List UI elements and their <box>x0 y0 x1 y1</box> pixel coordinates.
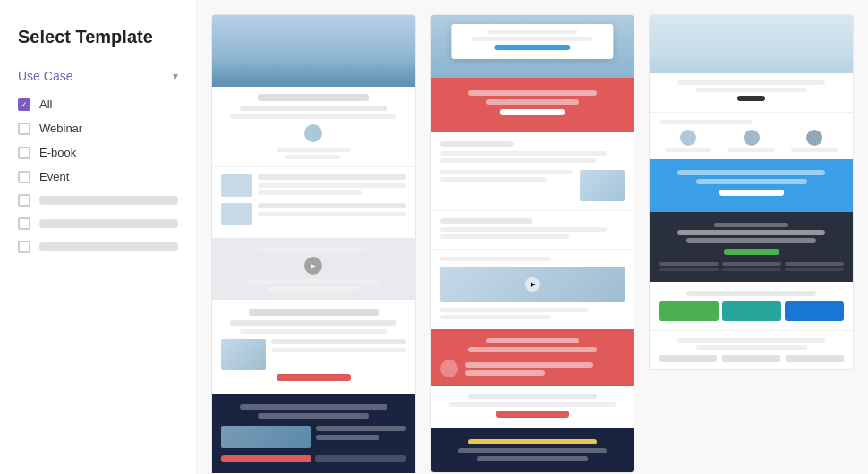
h3-t1 <box>677 80 825 85</box>
dark-cols <box>221 426 406 448</box>
stat-val-3 <box>785 262 844 266</box>
dark2-highlight <box>468 439 598 444</box>
filter-all[interactable]: All <box>18 97 178 111</box>
red2-name <box>465 370 545 376</box>
checkbox-placeholder-2[interactable] <box>18 217 30 230</box>
stat-3 <box>785 262 844 271</box>
cta-title <box>686 291 816 296</box>
cta-box-row <box>659 301 844 321</box>
template-3-cta-boxes <box>650 282 853 330</box>
chevron-down-icon: ▾ <box>173 70 178 82</box>
template-2-easy <box>431 210 634 249</box>
dark3-btn <box>724 249 779 255</box>
mock-role <box>285 155 341 159</box>
template-1-hero <box>212 15 415 87</box>
template-col-3 <box>649 14 854 474</box>
speaker-avatar-2 <box>744 130 760 146</box>
filter-placeholder-bar-1 <box>39 196 178 205</box>
template-2-white-bottom <box>431 386 634 428</box>
filter-placeholder-2[interactable] <box>18 217 178 230</box>
mock-row-1 <box>221 174 406 198</box>
template-3-header <box>650 73 853 112</box>
template-3-final <box>650 330 853 369</box>
stat-val-1 <box>659 262 718 266</box>
checkbox-placeholder-3[interactable] <box>18 241 30 253</box>
dark-text-1 <box>240 404 387 410</box>
video-text <box>271 339 406 370</box>
stat-label-3 <box>785 268 844 271</box>
wb-btn <box>496 411 570 418</box>
template-3-blue <box>650 159 853 212</box>
red2-row <box>440 360 625 377</box>
filter-placeholder-1[interactable] <box>18 194 178 207</box>
cta-box-3 <box>785 301 844 321</box>
red2-text <box>465 362 625 376</box>
dark-text-2 <box>258 413 369 419</box>
stat-2 <box>722 262 781 271</box>
video-t2 <box>440 315 551 319</box>
video-thumb <box>221 339 266 370</box>
dark-text-3 <box>316 426 405 431</box>
video-t1 <box>440 308 588 312</box>
filter-webinar[interactable]: Webinar <box>18 122 178 135</box>
dark2-t2 <box>477 456 588 461</box>
white-title <box>249 309 379 316</box>
checkbox-all[interactable] <box>18 98 30 111</box>
template-2-video: ▶ <box>431 249 634 329</box>
speaker-avatar-3 <box>806 130 822 146</box>
red-text-1 <box>468 90 598 96</box>
play-icon: ▶ <box>525 277 540 292</box>
cta-button-red <box>277 374 351 381</box>
mock-t3 <box>258 190 362 195</box>
use-case-filter[interactable]: Use Case ▾ <box>18 69 178 83</box>
mock-img-2 <box>221 203 252 225</box>
red2-t1 <box>486 338 578 343</box>
checkbox-ebook[interactable] <box>18 147 30 159</box>
blue-t2 <box>696 179 807 184</box>
checkbox-placeholder-1[interactable] <box>18 194 30 207</box>
checkbox-webinar[interactable] <box>18 123 30 135</box>
speaker-3 <box>785 130 844 152</box>
easy-t1 <box>440 227 607 232</box>
white-text-2 <box>240 329 387 334</box>
template-3-dark <box>650 212 853 282</box>
template-2-about <box>431 132 634 210</box>
mock-t5 <box>258 212 406 216</box>
template-1-section-2 <box>212 166 415 238</box>
speaker-avatar-1 <box>680 130 696 146</box>
template-1-dark-footer <box>212 394 415 473</box>
white-text-1 <box>230 320 396 326</box>
mock-text-col <box>258 174 406 198</box>
template-gallery: ▶ <box>197 0 868 474</box>
gray-text-2 <box>249 279 379 284</box>
stat-val-2 <box>722 262 781 266</box>
mock-img-1 <box>221 174 252 197</box>
red2-quote <box>465 362 593 368</box>
speaker-title <box>659 120 751 124</box>
filter-ebook[interactable]: E-book <box>18 146 178 159</box>
template-2-dark-bottom <box>431 428 634 472</box>
wb-t1 <box>468 394 598 399</box>
dark-col-2 <box>316 426 405 448</box>
avatar <box>304 124 322 142</box>
filter-event[interactable]: Event <box>18 170 178 183</box>
mock-t2 <box>258 183 406 188</box>
gray-text <box>258 247 369 251</box>
easy-title <box>440 218 532 224</box>
mock-subtitle <box>240 106 387 111</box>
template-col-1: ▶ <box>211 14 416 474</box>
checkbox-event[interactable] <box>18 171 30 183</box>
final-logo-3 <box>786 355 844 362</box>
speaker-name-3 <box>791 148 838 152</box>
about-row <box>440 170 625 201</box>
filter-label-event: Event <box>39 170 69 183</box>
dark2-t1 <box>458 448 606 453</box>
template-2[interactable]: ▶ <box>430 14 635 473</box>
template-1[interactable]: ▶ <box>211 14 416 474</box>
filter-placeholder-bar-2 <box>39 219 178 228</box>
stat-label-1 <box>659 268 718 271</box>
template-3[interactable] <box>649 14 854 370</box>
filter-placeholder-3[interactable] <box>18 241 178 253</box>
easy-t2 <box>440 234 570 239</box>
speaker-1 <box>659 130 718 152</box>
